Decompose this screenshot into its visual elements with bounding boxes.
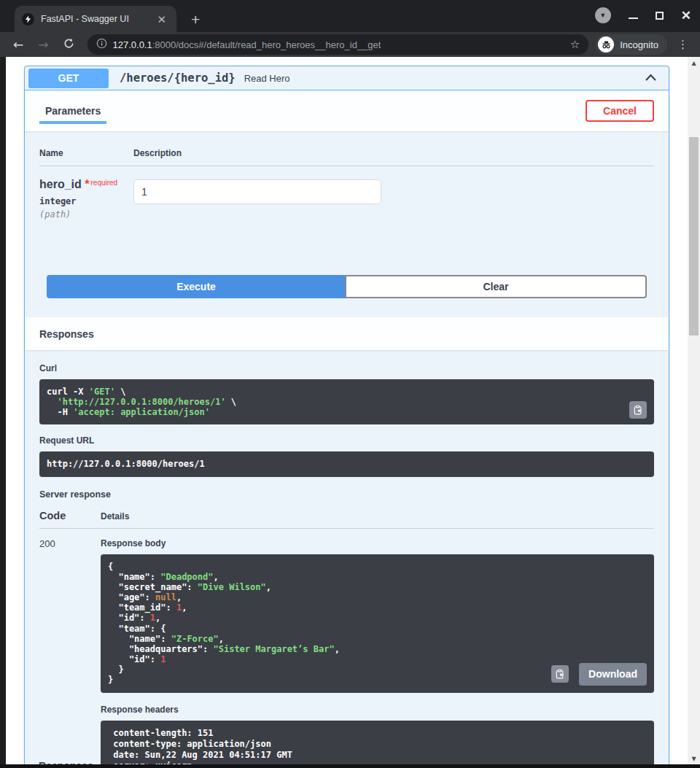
window-menu-icon[interactable]: ▼ xyxy=(595,7,611,23)
cancel-button[interactable]: Cancel xyxy=(586,100,654,122)
required-star: * xyxy=(85,178,89,190)
browser-tab[interactable]: FastAPI - Swagger UI ✕ xyxy=(15,6,176,32)
operation-summary: Read Hero xyxy=(244,73,645,84)
address-bar[interactable]: 127.0.0.1:8000/docs#/default/read_hero_h… xyxy=(88,34,589,55)
responses-section-header: Responses xyxy=(25,317,669,350)
close-window-icon[interactable]: ✕ xyxy=(681,9,691,22)
param-description-cell xyxy=(133,178,381,220)
param-name-cell: hero_id *required integer (path) xyxy=(39,178,133,220)
scrollbar-thumb[interactable] xyxy=(689,137,699,335)
status-code: 200 xyxy=(39,538,101,764)
required-label: required xyxy=(90,179,117,187)
url-path: :8000/docs#/default/read_hero_heroes__he… xyxy=(152,39,381,50)
download-button[interactable]: Download xyxy=(579,663,647,686)
response-details-cell: Response body { "name": "Deadpond", "sec… xyxy=(101,538,654,764)
execute-wrapper: Execute Clear xyxy=(25,260,669,317)
next-responses-title: Responses xyxy=(39,760,93,764)
tab-strip: FastAPI - Swagger UI ✕ + ▼ ✕ xyxy=(0,0,700,32)
operation-block: GET /heroes/{hero_id} Read Hero Paramete… xyxy=(24,66,669,764)
response-headers-label: Response headers xyxy=(101,705,654,715)
response-actions: Download xyxy=(551,663,647,686)
copy-response-button[interactable] xyxy=(551,665,569,683)
param-name: hero_id *required xyxy=(39,178,133,191)
content-area: GET /heroes/{hero_id} Read Hero Paramete… xyxy=(0,57,700,764)
scroll-down-icon[interactable]: ▼ xyxy=(688,753,700,764)
request-url-label: Request URL xyxy=(39,435,654,446)
minimize-icon[interactable] xyxy=(629,18,638,19)
curl-command-block: curl -X 'GET' \ 'http://127.0.0.1:8000/h… xyxy=(39,379,654,424)
fastapi-favicon-icon xyxy=(22,13,34,26)
incognito-label: Incognito xyxy=(620,39,658,50)
tab-close-icon[interactable]: ✕ xyxy=(154,12,169,26)
description-column-header: Description xyxy=(133,148,182,158)
page-info-icon[interactable] xyxy=(96,38,107,52)
maximize-icon[interactable] xyxy=(656,12,664,20)
page-scrollbar[interactable]: ▲ ▼ xyxy=(688,57,700,764)
param-type: integer xyxy=(39,196,133,206)
responses-title: Responses xyxy=(39,328,94,340)
incognito-icon xyxy=(598,36,614,53)
window-frame-bottom xyxy=(0,764,700,768)
parameters-table: Name Description hero_id *required integ… xyxy=(25,131,669,220)
copy-curl-button[interactable] xyxy=(629,401,647,419)
clear-button[interactable]: Clear xyxy=(345,275,647,298)
response-body-label: Response body xyxy=(101,538,654,548)
response-headers-block: content-length: 151 content-type: applic… xyxy=(101,721,654,765)
server-response-table-head: Code Details xyxy=(39,510,654,529)
responses-body: Curl curl -X 'GET' \ 'http://127.0.0.1:8… xyxy=(25,350,669,764)
param-location: (path) xyxy=(39,209,133,220)
method-badge: GET xyxy=(28,69,109,88)
tab-title: FastAPI - Swagger UI xyxy=(41,14,147,24)
code-column-header: Code xyxy=(39,510,101,521)
table-row: 200 Response body { "name": "Deadpond", … xyxy=(39,529,654,764)
browser-toolbar: ← → 127.0.0.1:8000/docs#/default/read_he… xyxy=(0,32,700,57)
bookmark-star-icon[interactable]: ☆ xyxy=(570,38,580,51)
parameters-table-head: Name Description xyxy=(39,148,654,166)
scroll-up-icon[interactable]: ▲ xyxy=(688,57,700,69)
swagger-page: GET /heroes/{hero_id} Read Hero Paramete… xyxy=(6,57,688,764)
collapse-chevron-icon[interactable] xyxy=(645,71,657,85)
curl-label: Curl xyxy=(39,363,654,373)
request-url-value: http://127.0.0.1:8000/heroes/1 xyxy=(47,459,205,469)
operation-header[interactable]: GET /heroes/{hero_id} Read Hero xyxy=(25,66,669,90)
browser-window: FastAPI - Swagger UI ✕ + ▼ ✕ ← → 127.0.0… xyxy=(0,0,700,768)
tab-parameters: Parameters xyxy=(39,90,106,131)
response-body-block: { "name": "Deadpond", "secret_name": "Di… xyxy=(101,554,654,693)
incognito-badge: Incognito xyxy=(596,34,667,55)
reload-icon[interactable] xyxy=(58,37,80,52)
server-response-label: Server response xyxy=(39,489,654,500)
back-icon[interactable]: ← xyxy=(7,37,29,52)
request-url-block: http://127.0.0.1:8000/heroes/1 xyxy=(39,451,654,476)
hero-id-input[interactable] xyxy=(133,179,381,204)
window-controls: ▼ ✕ xyxy=(595,7,691,23)
execute-button[interactable]: Execute xyxy=(47,275,346,298)
browser-menu-icon[interactable]: ⋮ xyxy=(673,38,693,51)
new-tab-button[interactable]: + xyxy=(187,12,204,27)
name-column-header: Name xyxy=(39,148,133,158)
url-text: 127.0.0.1:8000/docs#/default/read_hero_h… xyxy=(113,39,564,50)
forward-icon[interactable]: → xyxy=(32,37,54,52)
table-row: hero_id *required integer (path) xyxy=(39,166,654,220)
operation-path: /heroes/{hero_id} xyxy=(120,71,236,85)
details-column-header: Details xyxy=(101,511,129,521)
parameters-section-header: Parameters Cancel xyxy=(25,90,669,131)
url-host: 127.0.0.1 xyxy=(113,39,152,50)
